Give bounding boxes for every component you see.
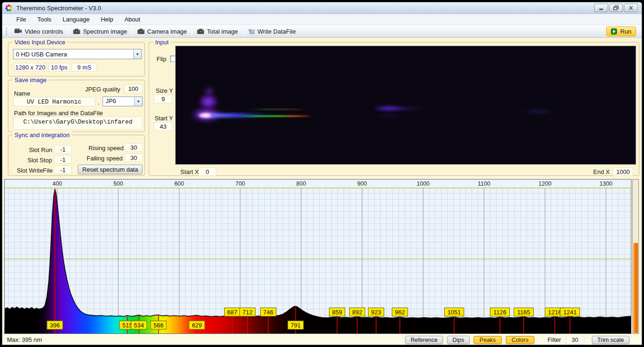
start-y-label: Start Y — [155, 115, 173, 122]
toolbar-grip — [6, 27, 8, 35]
video-input-group: Video Input Device 0 HD USB Camera ▼ 128… — [8, 42, 145, 76]
x-tick-label: 1300 — [599, 180, 612, 187]
slot-writefile-label: Slot WriteFile — [17, 167, 53, 174]
colors-button[interactable]: Colors — [506, 336, 534, 344]
exposure-value: 9 mS — [72, 63, 97, 71]
start-y-value[interactable]: 43 — [154, 122, 172, 131]
dips-button[interactable]: Dips — [447, 336, 470, 344]
spectral-blob-violet-small — [204, 87, 215, 96]
video-device-value: 0 HD USB Camera — [14, 51, 133, 58]
peak-label-text: 962 — [395, 309, 405, 316]
peak-label-text: 1241 — [563, 309, 577, 316]
filter-value[interactable]: 30 — [566, 336, 584, 344]
peak-label-text: 1165 — [517, 309, 530, 316]
spectral-streak-3 — [521, 110, 555, 113]
camera-frame — [175, 46, 636, 165]
camera-image-button[interactable]: Camera image — [134, 27, 190, 36]
spectral-blob-violet — [199, 95, 218, 109]
peak-label-text: 791 — [291, 322, 301, 329]
run-label: Run — [620, 28, 631, 35]
format-value: JPG — [103, 98, 134, 105]
x-tick-label: 600 — [174, 180, 184, 187]
start-x-value[interactable]: 0 — [199, 167, 216, 176]
start-x-label: Start X — [180, 168, 199, 175]
toolbar: Video controls Spectrum image Camera ima… — [2, 25, 642, 38]
end-x-label: End X — [593, 168, 610, 175]
save-image-group: Save image JPEG quality 100 Name UV LED … — [8, 80, 145, 132]
name-input[interactable]: UV LED Harmonic — [13, 97, 95, 106]
minimize-button[interactable] — [594, 4, 608, 12]
dot-separator: . — [98, 99, 100, 106]
chevron-down-icon: ▼ — [133, 49, 141, 59]
x-tick-label: 400 — [52, 180, 62, 187]
level-meter-fill — [633, 243, 638, 333]
menu-bar: File Tools Language Help About — [2, 14, 642, 25]
run-button[interactable]: Run — [606, 27, 636, 36]
app-window: Theremino Spectrometer - V3.0 File Tools… — [2, 2, 642, 345]
level-meter — [632, 179, 639, 334]
spectral-streak-2-lower — [375, 114, 402, 117]
menu-tools[interactable]: Tools — [32, 14, 57, 24]
reference-button[interactable]: Reference — [405, 336, 443, 344]
camera-image-label: Camera image — [147, 28, 187, 35]
jpeg-quality-label: JPEG quality — [85, 86, 120, 93]
spectral-line-green-red — [235, 115, 311, 117]
toolbar-separator — [68, 27, 68, 36]
peak-label-text: 566 — [153, 322, 164, 329]
resolution-value: 1280 x 720 — [14, 63, 47, 71]
rising-speed-label: Rising speed — [89, 145, 123, 152]
peak-label-text: 534 — [134, 322, 144, 329]
video-camera-icon — [14, 28, 22, 35]
slot-writefile-value[interactable]: -1 — [54, 166, 72, 174]
rising-speed-value[interactable]: 30 — [125, 143, 143, 152]
filter-label: Filter — [548, 336, 561, 343]
flip-label: Flip — [157, 56, 166, 62]
toolbar-separator — [243, 27, 243, 36]
play-icon — [611, 28, 617, 35]
toolbar-separator — [192, 27, 192, 36]
video-controls-label: Video controls — [25, 28, 63, 35]
spectrum-chart: 4005006007008009001000110012001300687712… — [4, 179, 631, 334]
slot-stop-value[interactable]: -1 — [54, 155, 72, 164]
toolbar-separator — [132, 27, 132, 36]
x-tick-label: 1100 — [478, 180, 490, 187]
peaks-button[interactable]: Peaks — [473, 336, 502, 344]
format-select[interactable]: JPG ▼ — [103, 97, 143, 106]
trim-scale-button[interactable]: Trim scale — [592, 336, 630, 344]
end-x-value[interactable]: 1000 — [613, 167, 633, 176]
video-device-select[interactable]: 0 HD USB Camera ▼ — [13, 49, 142, 59]
camera-icon — [197, 28, 205, 35]
spectrum-image-button[interactable]: Spectrum image — [69, 27, 130, 36]
reset-spectrum-button[interactable]: Reset spectrum data — [78, 165, 143, 174]
peak-label-text: 1216 — [548, 309, 562, 316]
close-button[interactable] — [624, 4, 638, 12]
x-tick-label: 1200 — [539, 180, 552, 187]
menu-file[interactable]: File — [11, 14, 32, 24]
fps-value: 10 fps — [48, 63, 70, 71]
write-datafile-button[interactable]: Write DataFile — [245, 27, 299, 36]
chevron-down-icon: ▼ — [134, 97, 142, 106]
x-tick-label: 800 — [296, 180, 306, 187]
falling-speed-value[interactable]: 30 — [125, 153, 143, 162]
window-title: Theremino Spectrometer - V3.0 — [16, 5, 101, 12]
total-image-button[interactable]: Total image — [193, 27, 241, 36]
menu-language[interactable]: Language — [57, 14, 95, 24]
x-tick-label: 900 — [357, 180, 367, 187]
jpeg-quality-value[interactable]: 100 — [124, 84, 143, 93]
peak-label-text: 923 — [371, 309, 381, 316]
peak-label-text: 687 — [227, 309, 238, 316]
restore-button[interactable] — [609, 4, 623, 12]
slot-run-value[interactable]: -1 — [54, 145, 72, 153]
max-peak-readout: Max: 395 nm — [7, 336, 42, 343]
save-image-group-title: Save image — [13, 76, 48, 83]
size-y-value[interactable]: 9 — [154, 95, 172, 104]
path-input[interactable]: C:\Users\GaryG\Desktop\infared — [13, 117, 143, 130]
video-controls-button[interactable]: Video controls — [11, 27, 66, 36]
slot-stop-label: Slot Stop — [27, 157, 52, 164]
menu-about[interactable]: About — [119, 14, 146, 24]
app-icon — [5, 4, 13, 12]
x-tick-label: 500 — [113, 180, 123, 187]
menu-help[interactable]: Help — [95, 14, 119, 24]
slot-run-label: Slot Run — [29, 146, 52, 153]
x-tick-label: 700 — [235, 180, 245, 187]
